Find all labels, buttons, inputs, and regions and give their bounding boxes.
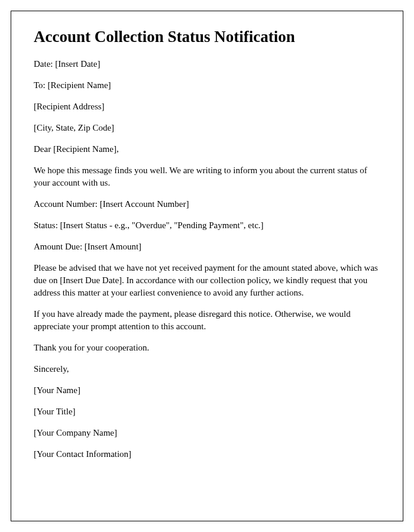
document-title: Account Collection Status Notification <box>34 28 380 46</box>
sender-name-line: [Your Name] <box>34 384 380 397</box>
body-paragraph-1: Please be advised that we have not yet r… <box>34 262 380 299</box>
sender-company-line: [Your Company Name] <box>34 427 380 439</box>
status-line: Status: [Insert Status - e.g., "Overdue"… <box>34 219 380 232</box>
recipient-to-line: To: [Recipient Name] <box>34 79 380 92</box>
sender-contact-line: [Your Contact Information] <box>34 448 380 460</box>
thanks-line: Thank you for your cooperation. <box>34 342 380 354</box>
account-number-line: Account Number: [Insert Account Number] <box>34 198 380 210</box>
closing-line: Sincerely, <box>34 363 380 375</box>
salutation-line: Dear [Recipient Name], <box>34 143 380 155</box>
recipient-city-state-zip-line: [City, State, Zip Code] <box>34 122 380 134</box>
intro-paragraph: We hope this message finds you well. We … <box>34 164 380 189</box>
amount-due-line: Amount Due: [Insert Amount] <box>34 241 380 253</box>
recipient-address-line: [Recipient Address] <box>34 100 380 113</box>
date-line: Date: [Insert Date] <box>34 58 380 70</box>
sender-title-line: [Your Title] <box>34 406 380 418</box>
body-paragraph-2: If you have already made the payment, pl… <box>34 308 380 333</box>
document-frame: Account Collection Status Notification D… <box>11 11 403 521</box>
